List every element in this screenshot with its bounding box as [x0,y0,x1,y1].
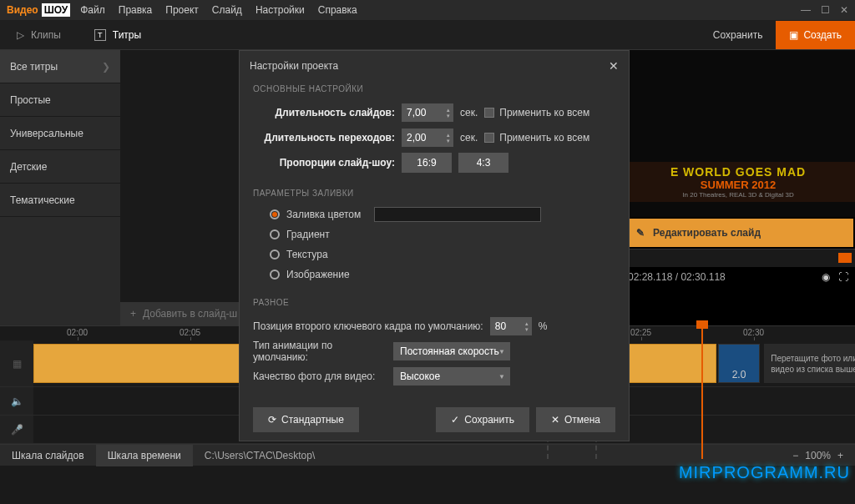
anim-type-select[interactable]: Постоянная скорость [393,342,510,360]
fill-texture-radio[interactable]: Текстура [253,244,615,265]
tab-slide-scale[interactable]: Шкала слайдов [0,445,96,466]
tab-clips[interactable]: ▷ Клипы [0,20,78,50]
edit-slide-label: Редактировать слайд [653,227,761,239]
fill-gradient-radio[interactable]: Градиент [253,224,615,244]
tab-bar: ▷ Клипы T Титры Сохранить ▣ Создать [0,20,855,50]
fill-image-radio[interactable]: Изображение [253,265,615,285]
checkbox-icon [484,108,494,118]
dialog-save-button[interactable]: ✓ Сохранить [436,407,529,432]
create-label: Создать [803,29,842,41]
section-misc: РАЗНОЕ [240,295,629,310]
anim-type-label: Тип анимации по умолчанию: [253,340,387,363]
fullscreen-icon[interactable]: ⛶ [838,271,848,283]
menu-help[interactable]: Справка [318,4,357,16]
minimize-button[interactable]: — [801,4,811,16]
path-display: C:\Users\CTAC\Desktop\ [193,450,326,461]
sidebar-item-all-titles[interactable]: Все титры ❯ [0,50,120,83]
maximize-button[interactable]: ☐ [821,4,830,16]
transition-duration-input[interactable]: 2,00 [402,129,453,147]
color-swatch[interactable] [374,207,541,222]
logo-part1: Видео [7,4,38,16]
camera-icon[interactable]: ◉ [822,271,830,283]
quality-select[interactable]: Высокое [393,367,510,386]
tick: 02:05 [180,328,200,337]
zoom-value: 100% [805,450,831,461]
sidebar-label: Универсальные [10,128,83,139]
playhead[interactable] [701,325,703,459]
preview-status: 02:28.118 / 02:30.118 ◉ ⛶ [621,267,855,287]
dialog-close-button[interactable]: ✕ [609,59,619,73]
apply-all-slides-checkbox[interactable]: Применить ко всем [484,107,589,118]
banner-subtitle: SUMMER 2012 [625,179,852,191]
play-icon: ▷ [17,29,24,41]
sidebar-item-simple[interactable]: Простые [0,83,120,117]
slide-duration-label: Длительность слайдов: [253,107,395,118]
tab-titles-label: Титры [113,29,141,41]
sidebar-item-thematic[interactable]: Тематические [0,184,120,217]
close-button[interactable]: ✕ [840,4,848,16]
slide-duration-input[interactable]: 7,00 [402,103,453,122]
defaults-button[interactable]: ⟳ Стандартные [253,407,359,432]
speaker-icon: 🔈 [0,387,33,415]
save-label: Сохранить [464,414,514,426]
zoom-in-icon[interactable]: + [837,450,843,461]
ratio-43-button[interactable]: 4:3 [458,153,508,173]
sidebar-label: Тематические [10,194,75,206]
transition-duration-label: Длительность переходов: [253,132,395,144]
statusbar: Шкала слайдов Шкала времени C:\Users\CTA… [0,444,855,466]
ratio-169-button[interactable]: 16:9 [402,153,452,173]
video-clip-thumb[interactable]: 2.0 [718,344,760,383]
titlebar: Видео ШОУ Файл Правка Проект Слайд Настр… [0,0,855,20]
add-strip-label: Добавить в слайд-ш [143,308,237,320]
tab-titles[interactable]: T Титры [78,20,158,50]
keyframe-input[interactable]: 80 [490,317,532,335]
save-button[interactable]: Сохранить [700,23,777,48]
sidebar-item-universal[interactable]: Универсальные [0,117,120,150]
scrub-handle[interactable] [838,253,852,263]
keyframe-label: Позиция второго ключевого кадра по умолч… [253,320,483,332]
radio-icon [270,209,280,219]
preview-viewport: E WORLD GOES MAD SUMMER 2012 In 20 Theat… [621,50,855,217]
menu-settings[interactable]: Настройки [255,4,305,16]
quality-label: Качество фото для видео: [253,370,387,382]
section-fill: ПАРАМЕТРЫ ЗАЛИВКИ [240,185,629,201]
banner-title: E WORLD GOES MAD [625,165,852,179]
radio-label: Текстура [286,249,328,260]
radio-icon [270,229,280,239]
tab-clips-label: Клипы [31,29,61,41]
sidebar-label: Детские [10,161,47,173]
preview-panel: E WORLD GOES MAD SUMMER 2012 In 20 Theat… [621,50,855,325]
sec-unit: сек. [460,107,478,118]
pct-unit: % [539,320,548,332]
zoom-control[interactable]: − 100% + [781,450,855,461]
zoom-out-icon[interactable]: − [792,450,798,461]
fill-color-radio[interactable]: Заливка цветом [253,204,615,224]
menu-project[interactable]: Проект [165,4,199,16]
dialog-cancel-button[interactable]: ✕ Отмена [536,407,615,432]
radio-label: Изображение [286,269,350,280]
create-button[interactable]: ▣ Создать [776,21,855,49]
watermark: MIRPROGRAMM.RU [679,463,850,482]
edit-slide-button[interactable]: ✎ Редактировать слайд [623,219,853,247]
preview-scrubber[interactable] [621,249,855,267]
menu-file[interactable]: Файл [80,4,105,16]
radio-icon [270,270,280,280]
tick: 02:00 [67,328,88,337]
sidebar-label: Все титры [10,61,58,73]
menu-slide[interactable]: Слайд [212,4,242,16]
sidebar-item-kids[interactable]: Детские [0,150,120,184]
text-icon: T [94,29,106,41]
chevron-right-icon: ❯ [102,61,110,73]
drag-hint: Перетащите фото или видео из списка выше [764,344,855,383]
sidebar: Все титры ❯ Простые Универсальные Детски… [0,50,120,325]
apply-all-label: Применить ко всем [499,107,589,118]
radio-label: Заливка цветом [286,209,361,220]
menu-edit[interactable]: Правка [119,4,153,16]
checkbox-icon [484,133,494,143]
microphone-icon: 🎤 [0,416,33,443]
tab-time-scale[interactable]: Шкала времени [96,445,193,466]
refresh-icon: ⟳ [268,414,276,426]
apply-all-transitions-checkbox[interactable]: Применить ко всем [484,132,589,144]
dialog-buttons: ⟳ Стандартные ✓ Сохранить ✕ Отмена [240,399,629,441]
project-settings-dialog: Настройки проекта ✕ ОСНОВНЫЕ НАСТРОЙКИ Д… [239,50,630,441]
